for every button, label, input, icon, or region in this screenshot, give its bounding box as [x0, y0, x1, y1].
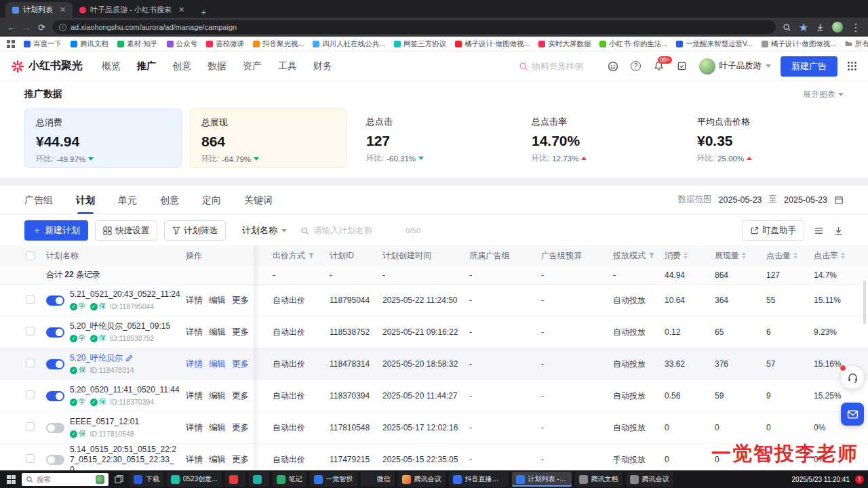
edit-link[interactable]: 编辑 — [209, 327, 226, 338]
sort-icon[interactable] — [793, 252, 797, 259]
new-plan-button[interactable]: ＋新建计划 — [24, 220, 88, 241]
taskbar-app-meeting2[interactable]: 腾讯会议 — [626, 472, 673, 487]
plan-status-toggle[interactable] — [46, 423, 64, 433]
plan-name[interactable]: 5.20_0520_11:41_0520_11:44 — [70, 385, 180, 395]
plan-search[interactable]: 0/50 — [300, 226, 420, 235]
column-settings-icon[interactable] — [814, 226, 824, 236]
apps-shortcut-icon[interactable] — [7, 40, 15, 48]
bookmark-item[interactable]: 公众号 — [167, 39, 198, 49]
plan-status-toggle[interactable] — [46, 296, 64, 306]
more-link[interactable]: 更多 — [232, 422, 249, 434]
edit-link[interactable]: 编辑 — [209, 295, 226, 306]
back-icon[interactable]: ← — [7, 23, 16, 32]
plan-name[interactable]: 5.21_0521_20:43_0522_11:24 — [70, 289, 180, 300]
taskbar-app-folder[interactable]: 0523创意... — [167, 472, 222, 487]
new-tab-button[interactable]: + — [197, 7, 210, 18]
bookmark-item[interactable]: 素材·知乎 — [117, 39, 158, 49]
detail-link[interactable]: 详情 — [186, 327, 203, 338]
taskbar-app-meeting[interactable]: 腾讯会议 — [398, 472, 446, 487]
bookmark-item[interactable]: 橘子设计·做图做视... — [762, 39, 836, 49]
stat-card-clicks[interactable]: 总点击 127 环比:-60.31% — [355, 108, 513, 168]
reload-icon[interactable]: ⟳ — [38, 23, 45, 32]
plan-name-select[interactable]: 计划名称 — [242, 224, 287, 237]
plan-status-toggle[interactable] — [46, 359, 64, 369]
detail-link[interactable]: 详情 — [186, 390, 203, 402]
row-checkbox[interactable] — [26, 295, 35, 304]
plan-status-toggle[interactable] — [46, 455, 64, 465]
more-link[interactable]: 更多 — [232, 359, 249, 370]
more-link[interactable]: 更多 — [232, 454, 249, 466]
service-smiley-icon[interactable] — [607, 60, 619, 73]
vertical-scrollbar[interactable] — [863, 281, 866, 324]
plan-name[interactable]: 5.20_呼伦贝尔_0521_09:15 — [70, 321, 170, 331]
browser-menu-icon[interactable]: ⋮ — [850, 21, 861, 34]
edit-link[interactable]: 编辑 — [209, 359, 226, 370]
bookmark-item[interactable]: 抖音聚光视... — [253, 39, 304, 49]
taskbar-clock[interactable]: 2025/5/23 11:20:41 — [792, 476, 850, 483]
plan-name[interactable]: EEEE_0517_12:01 — [70, 417, 139, 427]
stat-card-ctr[interactable]: 总点击率 14.70% 环比:12.73% — [521, 108, 678, 168]
bell-icon[interactable]: 99+ — [653, 60, 665, 73]
row-checkbox[interactable] — [26, 327, 35, 336]
detail-link[interactable]: 详情 — [186, 422, 203, 434]
tab-close-icon[interactable]: ✕ — [60, 5, 66, 14]
customer-service-button[interactable] — [841, 366, 864, 389]
detail-link[interactable]: 详情 — [186, 295, 203, 306]
nav-data[interactable]: 数据 — [208, 60, 226, 73]
nav-assets[interactable]: 资产 — [243, 60, 262, 73]
bookmark-item[interactable]: 百度一下 — [24, 39, 62, 49]
taskbar-app-douyin-live[interactable]: 抖音直播伴侣 — [449, 472, 509, 487]
taskbar-app-tencent-docs[interactable]: 腾讯文档 — [575, 472, 623, 487]
header-search-input[interactable] — [532, 62, 597, 71]
task-view-button[interactable] — [112, 475, 126, 484]
bookmark-item[interactable]: 橘子设计·做图做视... — [455, 39, 530, 49]
taskbar-app[interactable] — [249, 472, 269, 487]
row-checkbox[interactable] — [26, 454, 35, 463]
bookmark-item[interactable]: 四川人社在线公共... — [313, 39, 385, 49]
filter-funnel-icon[interactable] — [308, 252, 315, 259]
help-icon[interactable]: ? — [630, 60, 642, 73]
detail-link[interactable]: 详情 — [186, 359, 203, 370]
date-to[interactable]: 2025-05-23 — [784, 195, 827, 205]
stat-card-cpc[interactable]: 平均点击价格 ¥0.35 环比:25.00% — [686, 108, 844, 168]
edit-link[interactable]: 编辑 — [209, 422, 226, 434]
more-link[interactable]: 更多 — [232, 327, 249, 338]
account-menu[interactable]: 叶子品质游 — [699, 58, 772, 75]
start-button[interactable] — [4, 475, 18, 484]
edit-link[interactable]: 编辑 — [209, 390, 226, 402]
forward-icon[interactable]: → — [22, 23, 31, 32]
tab-plan[interactable]: 计划 — [76, 186, 95, 214]
plan-status-toggle[interactable] — [46, 391, 64, 401]
taskbar-app-browser-active[interactable]: 计划列表 - 小红书 — [512, 472, 572, 487]
new-ad-button[interactable]: 新建广告 — [781, 56, 837, 77]
sort-icon[interactable] — [841, 252, 845, 259]
bookmark-item[interactable]: 网签三方协议 — [394, 39, 446, 49]
browser-tab[interactable]: 叶子品质游 - 小红书搜索 ✕ — [73, 2, 191, 18]
tab-keywords[interactable]: 关键词 — [244, 186, 273, 214]
plan-search-input[interactable] — [313, 226, 401, 235]
edit-pencil-icon[interactable] — [125, 354, 133, 362]
tab-ad-group[interactable]: 广告组 — [24, 186, 53, 214]
taskbar-search[interactable] — [22, 473, 108, 486]
header-search[interactable] — [519, 62, 597, 71]
nav-tools[interactable]: 工具 — [278, 60, 297, 73]
row-checkbox[interactable] — [26, 422, 35, 431]
more-link[interactable]: 更多 — [232, 295, 249, 306]
export-download-icon[interactable] — [833, 226, 844, 236]
stat-card-spend[interactable]: 总消费 ¥44.94 环比:-49.97% — [24, 108, 182, 168]
taskbar-app-downloads[interactable]: 下载 — [130, 472, 163, 487]
zoom-icon[interactable] — [783, 23, 791, 32]
tab-targeting[interactable]: 定向 — [202, 186, 221, 214]
feedback-mail-button[interactable] — [841, 403, 864, 426]
plan-name[interactable]: 5.14_0515_20:51_0515_22:27_0515_22:30_05… — [70, 445, 178, 471]
bookmark-item[interactable]: 荟校微课 — [206, 39, 244, 49]
nav-creative[interactable]: 创意 — [172, 60, 191, 73]
taskbar-app[interactable] — [225, 472, 245, 487]
taskbar-app-notes[interactable]: 笔记 — [273, 472, 307, 487]
taskbar-app-wechat[interactable]: 微信 — [361, 472, 395, 487]
tab-creative[interactable]: 创意 — [160, 186, 179, 214]
bookmark-item[interactable]: 实时大屏数据 — [538, 39, 591, 49]
tab-unit[interactable]: 单元 — [118, 186, 137, 214]
stat-card-impressions[interactable]: 总展现 864 环比:-64.79% — [190, 108, 347, 168]
plan-status-toggle[interactable] — [46, 327, 64, 338]
